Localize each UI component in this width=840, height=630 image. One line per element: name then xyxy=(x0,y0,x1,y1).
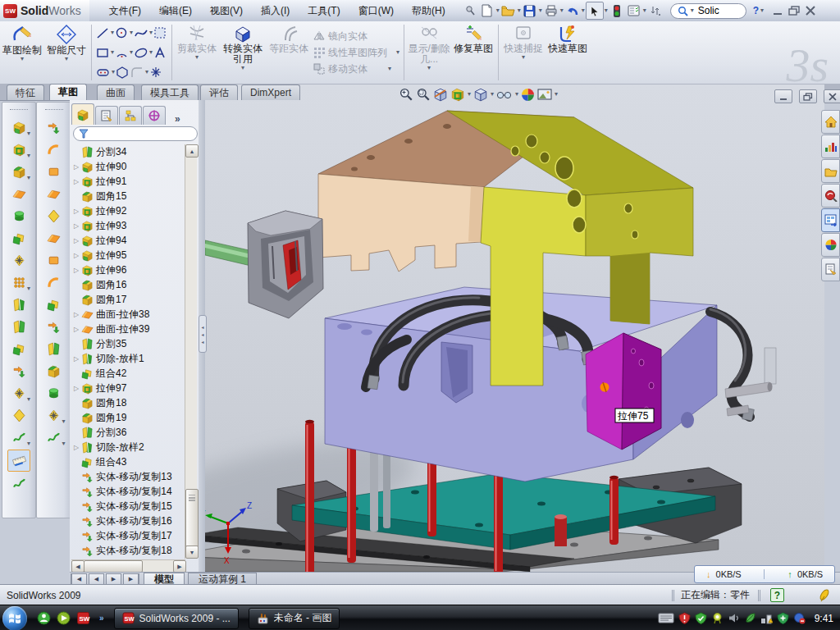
menu-edit[interactable]: 编辑(E) xyxy=(151,2,200,21)
rectangle-tool-icon[interactable] xyxy=(96,46,110,60)
tree-item[interactable]: 实体-移动/复制15 xyxy=(70,499,185,514)
tree-item[interactable]: 实体-移动/复制16 xyxy=(70,514,185,528)
convert-entities-button[interactable]: 转换实体引用 ▾ xyxy=(219,21,267,84)
toolbar-button[interactable] xyxy=(8,317,30,337)
taskbar-clock[interactable]: 9:41 xyxy=(815,613,833,624)
tree-item[interactable]: 实体-移动/复制14 xyxy=(70,484,185,499)
toolbar-button[interactable] xyxy=(43,184,65,204)
tab-appearances[interactable] xyxy=(821,233,840,257)
toolbar-pin-icon[interactable] xyxy=(462,2,478,19)
toolbar-button[interactable] xyxy=(8,228,30,249)
status-help-icon[interactable]: ? xyxy=(770,588,784,602)
caret-icon[interactable]: ▾ xyxy=(149,30,153,36)
caret-icon[interactable]: ▾ xyxy=(195,54,199,61)
tree-item[interactable]: 组合42 xyxy=(70,366,185,381)
tree-item[interactable]: ▷拉伸97 xyxy=(70,381,185,395)
caret-icon[interactable]: ▾ xyxy=(112,69,115,75)
tray-volume-icon[interactable] xyxy=(728,612,740,624)
rapid-sketch-button[interactable]: 快速草图 xyxy=(546,21,590,84)
toolbar-button[interactable] xyxy=(43,250,65,271)
tab-features[interactable]: 特征 xyxy=(7,84,44,100)
tree-item[interactable]: 组合43 xyxy=(70,454,185,469)
tab-view-palette[interactable] xyxy=(821,208,840,232)
caret-icon[interactable]: ▾ xyxy=(111,49,114,56)
tab-nav-next-icon[interactable]: ▶ xyxy=(106,573,121,585)
line-tool-icon[interactable] xyxy=(96,26,110,40)
tree-item[interactable]: 分割36 xyxy=(70,425,185,440)
text-tool-icon[interactable] xyxy=(153,46,167,60)
smart-dimension-button[interactable]: 智能尺寸 ▾ xyxy=(44,21,89,84)
undo-icon[interactable] xyxy=(564,2,581,19)
tray-leaf-icon[interactable] xyxy=(744,612,756,624)
caret-icon[interactable]: ▾ xyxy=(427,65,431,71)
tray-shield-plus-icon[interactable] xyxy=(777,612,789,624)
caret-icon[interactable]: ▾ xyxy=(388,66,391,72)
tab-solidworks-resources[interactable] xyxy=(821,110,840,134)
toolbar-button[interactable] xyxy=(43,317,65,337)
tree-item[interactable]: 分割34 xyxy=(70,144,185,159)
tab-mold-tools[interactable]: 模具工具 xyxy=(141,84,199,100)
caret-icon[interactable]: ▾ xyxy=(691,7,694,14)
caret-icon[interactable]: ▾ xyxy=(396,49,399,56)
tree-item[interactable]: 实体-移动/复制18 xyxy=(70,543,185,558)
caret-icon[interactable]: ▾ xyxy=(145,69,148,75)
tray-network-warning-icon[interactable] xyxy=(760,612,773,624)
tray-security-alert-icon[interactable] xyxy=(678,612,691,624)
sketch-fillet-icon[interactable] xyxy=(130,66,144,80)
arc-tool-icon[interactable] xyxy=(115,46,129,60)
caret-icon[interactable]: ▾ xyxy=(491,91,494,98)
toolbar-button[interactable] xyxy=(8,339,30,359)
overflow-icon[interactable] xyxy=(647,2,664,19)
caret-icon[interactable]: ▾ xyxy=(496,7,500,14)
search-input[interactable] xyxy=(696,4,739,17)
scroll-thumb[interactable] xyxy=(84,560,143,573)
toolbar-button[interactable] xyxy=(43,117,65,138)
tab-custom-properties[interactable] xyxy=(821,258,840,281)
toolbar-button[interactable]: ▾ xyxy=(43,427,65,448)
repair-sketch-button[interactable]: 修复草图 xyxy=(451,21,495,84)
tab-nav-last-icon[interactable]: ▶ xyxy=(123,573,139,585)
tab-dimxpert-manager[interactable] xyxy=(143,106,166,125)
tree-item[interactable]: ▷曲面-拉伸38 xyxy=(70,307,185,322)
tab-file-explorer[interactable] xyxy=(821,159,840,183)
tab-design-library[interactable] xyxy=(821,135,840,158)
section-view-icon[interactable] xyxy=(433,87,448,102)
caret-icon[interactable]: ▾ xyxy=(21,56,24,62)
toolbar-button[interactable] xyxy=(8,206,30,226)
toolbar-button[interactable] xyxy=(8,294,30,315)
caret-icon[interactable]: ▾ xyxy=(582,7,585,14)
splitter-handle[interactable]: ◂◂◂ xyxy=(199,315,207,353)
doc-close-icon[interactable] xyxy=(824,89,840,103)
taskbar-item-paint[interactable]: 未命名 - 画图 xyxy=(249,608,340,629)
tab-evaluate[interactable]: 评估 xyxy=(200,84,238,100)
graphics-area[interactable]: 拉伸75 Y Z X ▾ ▾ ▾ ▾ xyxy=(205,84,824,572)
circle-tool-icon[interactable] xyxy=(115,26,129,40)
toolbar-button[interactable] xyxy=(43,139,65,160)
tree-item[interactable]: ▷拉伸94 xyxy=(70,233,185,248)
menu-view[interactable]: 视图(V) xyxy=(202,2,251,21)
move-entities-button[interactable]: 移动实体 ▾ xyxy=(311,61,401,77)
tray-sync-blocked-icon[interactable] xyxy=(793,612,806,624)
panel-splitter[interactable]: ◂◂◂ xyxy=(199,100,205,572)
caret-icon[interactable]: ▾ xyxy=(560,7,564,14)
caret-icon[interactable]: ▾ xyxy=(522,54,525,61)
tree-item[interactable]: 圆角15 xyxy=(70,189,185,203)
mirror-entities-button[interactable]: 镜向实体 xyxy=(311,28,401,44)
measure-button-pressed[interactable] xyxy=(7,450,30,472)
scroll-up-icon[interactable]: ▲ xyxy=(185,144,199,158)
toolbar-button[interactable] xyxy=(8,405,30,426)
caret-icon[interactable]: ▾ xyxy=(518,7,521,14)
help-button[interactable]: ? xyxy=(753,5,759,16)
caret-icon[interactable]: ▾ xyxy=(555,91,558,98)
select-tool-icon[interactable] xyxy=(586,2,604,20)
options-icon[interactable] xyxy=(626,2,642,19)
menu-insert[interactable]: 插入(I) xyxy=(253,2,298,21)
tree-horizontal-scrollbar[interactable]: ◀ ▶ xyxy=(71,559,185,572)
tree-filter-box[interactable] xyxy=(73,126,198,141)
toolbar-button[interactable] xyxy=(43,294,65,315)
solidworks-launcher-icon[interactable]: SW xyxy=(76,611,90,625)
ellipse-tool-icon[interactable] xyxy=(134,46,148,60)
caret-icon[interactable]: ▾ xyxy=(149,49,153,56)
zoom-area-icon[interactable] xyxy=(416,87,431,102)
slot-tool-icon[interactable] xyxy=(96,66,111,80)
